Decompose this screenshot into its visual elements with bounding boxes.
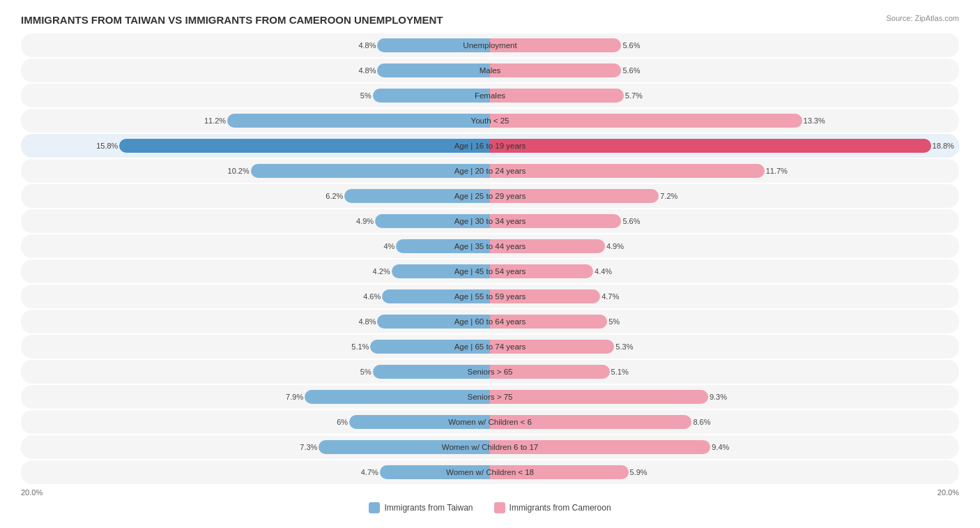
left-value: 7.3%: [300, 443, 317, 451]
row-label: Age | 65 to 74 years: [454, 342, 526, 351]
chart-row: Unemployment 4.8% 5.6%: [21, 33, 959, 57]
right-value: 4.9%: [606, 242, 624, 250]
chart-row: Age | 55 to 59 years 4.6% 4.7%: [21, 285, 959, 308]
left-value: 6.2%: [326, 192, 343, 200]
row-label: Age | 55 to 59 years: [454, 292, 526, 301]
chart-row: Females 5% 5.7%: [21, 84, 959, 107]
left-value: 10.2%: [228, 167, 250, 175]
chart-row: Age | 16 to 19 years 15.8% 18.8%: [21, 134, 959, 158]
row-label: Women w/ Children < 6: [448, 418, 532, 426]
right-value: 9.3%: [710, 393, 727, 401]
left-value: 4.2%: [373, 267, 390, 276]
legend: Immigrants from Taiwan Immigrants from C…: [21, 502, 959, 513]
right-value: 11.7%: [766, 167, 788, 175]
left-value: 4.7%: [361, 468, 378, 476]
row-label: Women w/ Children 6 to 17: [442, 443, 539, 451]
row-label: Age | 45 to 54 years: [454, 267, 526, 276]
row-label: Age | 25 to 29 years: [454, 192, 526, 200]
bar-pink: [490, 89, 624, 103]
right-value: 8.6%: [693, 418, 710, 426]
row-label: Males: [480, 66, 501, 75]
row-label: Age | 60 to 64 years: [454, 317, 526, 326]
legend-cameroon-color: [494, 502, 505, 513]
chart-row: Women w/ Children < 18 4.7% 5.9%: [21, 460, 959, 484]
legend-taiwan-color: [369, 502, 380, 513]
right-value: 7.2%: [660, 192, 677, 200]
bar-blue: [305, 390, 490, 404]
axis-row: 20.0% 20.0%: [21, 488, 959, 497]
row-label: Women w/ Children < 18: [446, 468, 534, 476]
chart-row: Age | 60 to 64 years 4.8% 5%: [21, 310, 959, 333]
right-value: 5.6%: [622, 217, 640, 225]
bar-blue: [377, 63, 490, 77]
right-value: 5.9%: [630, 468, 648, 476]
chart-area: Unemployment 4.8% 5.6% Males 4.8% 5.6% F: [21, 33, 959, 513]
chart-row: Seniors > 65 5% 5.1%: [21, 360, 959, 384]
left-value: 5%: [360, 91, 372, 100]
axis-left: 20.0%: [21, 488, 43, 497]
chart-row: Youth < 25 11.2% 13.3%: [21, 109, 959, 133]
right-value: 5.7%: [625, 91, 643, 100]
left-value: 5%: [360, 368, 372, 376]
axis-right: 20.0%: [937, 488, 959, 497]
chart-row: Age | 30 to 34 years 4.9% 5.6%: [21, 209, 959, 233]
bar-pink: [490, 164, 765, 178]
chart-row: Age | 20 to 24 years 10.2% 11.7%: [21, 159, 959, 183]
row-label: Age | 20 to 24 years: [454, 167, 526, 175]
bar-blue: [119, 139, 490, 153]
left-value: 6%: [337, 418, 348, 426]
right-value: 13.3%: [804, 116, 825, 125]
right-value: 18.8%: [933, 142, 954, 150]
bar-pink: [490, 63, 621, 77]
bar-blue: [227, 114, 490, 128]
right-value: 4.7%: [602, 292, 619, 301]
right-value: 4.4%: [595, 267, 612, 276]
left-value: 4.6%: [363, 292, 381, 301]
right-value: 5.6%: [622, 41, 640, 50]
bar-pink: [490, 139, 931, 153]
right-value: 5.1%: [611, 368, 629, 376]
right-value: 5.3%: [615, 342, 633, 351]
chart-row: Males 4.8% 5.6%: [21, 59, 959, 82]
chart-row: Age | 35 to 44 years 4% 4.9%: [21, 234, 959, 258]
left-value: 4.9%: [356, 217, 374, 225]
left-value: 11.2%: [204, 116, 226, 125]
left-value: 4.8%: [358, 41, 376, 50]
left-value: 4.8%: [358, 66, 376, 75]
legend-taiwan: Immigrants from Taiwan: [369, 502, 473, 513]
legend-taiwan-label: Immigrants from Taiwan: [384, 503, 473, 513]
left-value: 4%: [384, 242, 395, 250]
source-label: Source: ZipAtlas.com: [886, 14, 959, 22]
row-label: Seniors > 75: [468, 393, 513, 401]
chart-row: Age | 65 to 74 years 5.1% 5.3%: [21, 335, 959, 359]
row-label: Age | 35 to 44 years: [454, 242, 526, 250]
row-label: Age | 30 to 34 years: [454, 217, 526, 225]
left-value: 15.8%: [96, 142, 118, 150]
row-label: Unemployment: [463, 41, 516, 50]
chart-row: Age | 25 to 29 years 6.2% 7.2%: [21, 184, 959, 208]
row-label: Females: [475, 91, 505, 100]
legend-cameroon-label: Immigrants from Cameroon: [510, 503, 611, 513]
row-label: Seniors > 65: [468, 368, 513, 376]
page-container: IMMIGRANTS FROM TAIWAN VS IMMIGRANTS FRO…: [21, 14, 959, 513]
right-value: 9.4%: [712, 443, 729, 451]
left-value: 4.8%: [358, 317, 376, 326]
chart-row: Women w/ Children 6 to 17 7.3% 9.4%: [21, 435, 959, 459]
chart-row: Seniors > 75 7.9% 9.3%: [21, 385, 959, 409]
chart-row: Women w/ Children < 6 6% 8.6%: [21, 410, 959, 434]
chart-title: IMMIGRANTS FROM TAIWAN VS IMMIGRANTS FRO…: [21, 14, 443, 26]
right-value: 5%: [608, 317, 620, 326]
left-value: 5.1%: [351, 342, 369, 351]
legend-cameroon: Immigrants from Cameroon: [494, 502, 611, 513]
row-label: Age | 16 to 19 years: [454, 142, 526, 150]
bar-blue: [373, 89, 490, 103]
row-label: Youth < 25: [471, 116, 510, 125]
left-value: 7.9%: [286, 393, 303, 401]
chart-row: Age | 45 to 54 years 4.2% 4.4%: [21, 259, 959, 283]
bar-pink: [490, 114, 802, 128]
bar-pink: [490, 390, 708, 404]
right-value: 5.6%: [622, 66, 640, 75]
